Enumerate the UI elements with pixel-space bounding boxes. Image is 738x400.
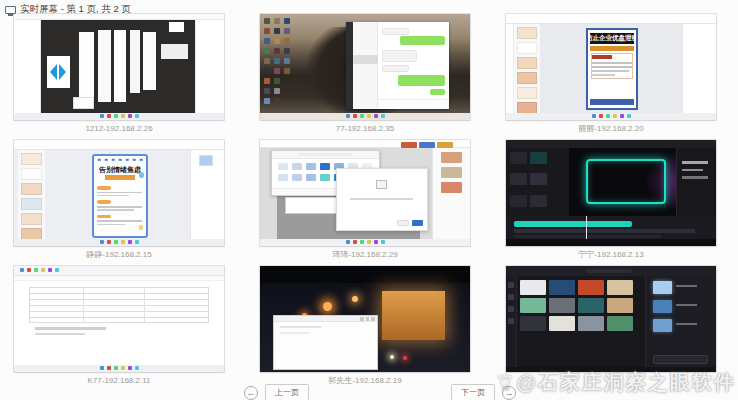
chat-bubble-right xyxy=(398,75,445,86)
next-page-button[interactable]: 下一页 xyxy=(451,384,495,400)
tile xyxy=(578,298,604,313)
modal-upload-icon xyxy=(376,180,387,190)
tile xyxy=(100,366,104,370)
mock-right-panel xyxy=(682,24,716,113)
tile xyxy=(21,183,42,195)
panel-text-line xyxy=(682,169,703,172)
screen-cell-6: 宁宁-192.168.2.13 xyxy=(506,140,716,260)
next-arrow-button[interactable]: → xyxy=(502,386,516,400)
screen-thumbnail-7[interactable] xyxy=(14,266,224,372)
chat-nav-strip xyxy=(346,22,353,109)
tile xyxy=(274,28,280,34)
tile xyxy=(264,58,270,64)
mock-toolbar xyxy=(14,140,224,150)
monitor-icon xyxy=(5,6,16,14)
right-arrow-icon: → xyxy=(505,388,514,398)
thumbnail-label: 1212-192.168.2.26 xyxy=(14,124,224,134)
poster-text-line xyxy=(97,206,141,208)
tile xyxy=(121,366,125,370)
tile xyxy=(135,240,139,244)
mock-teal-frame xyxy=(586,159,666,204)
mock-roofline xyxy=(260,266,470,283)
mock-page-sidebar xyxy=(432,148,470,238)
mock-template-list xyxy=(18,150,45,239)
mock-artboard xyxy=(143,32,156,90)
mock-artboard xyxy=(79,32,94,98)
mock-upload-modal xyxy=(336,168,428,232)
screen-cell-2: 77-192.168.2.35 xyxy=(260,14,470,134)
tile xyxy=(381,114,385,118)
poster-text-line xyxy=(97,209,134,211)
thumbnail-label: K77-192.168.2.11 xyxy=(14,376,224,386)
thumbnail-label: 丽丽-192.168.2.20 xyxy=(506,124,716,134)
mock-artboard xyxy=(161,44,188,59)
mock-taskbar xyxy=(260,113,470,120)
tile xyxy=(278,163,288,170)
mock-artboard xyxy=(114,30,127,102)
tile xyxy=(55,268,59,272)
mock-white-window xyxy=(273,315,378,370)
tile xyxy=(346,240,350,244)
tile xyxy=(441,152,461,163)
taskbar-icons xyxy=(14,239,224,246)
tile xyxy=(264,88,270,94)
tile xyxy=(441,182,461,193)
modal-text-line xyxy=(350,198,413,200)
taskbar-icons xyxy=(14,113,224,120)
screen-thumbnail-1[interactable] xyxy=(14,14,224,120)
mock-left-panel xyxy=(14,20,41,112)
screen-cell-7: K77-192.168.2.11 xyxy=(14,266,224,386)
table-column-line xyxy=(144,287,145,323)
panel-text-line xyxy=(682,176,707,179)
tile xyxy=(21,153,42,165)
tile xyxy=(274,48,280,54)
tile xyxy=(20,268,24,272)
tile xyxy=(607,298,633,313)
poster-sticker xyxy=(139,225,143,230)
panel-text-line xyxy=(676,323,697,325)
mock-right-panel xyxy=(195,20,224,112)
poster-text-line xyxy=(592,74,615,76)
tile xyxy=(100,114,104,118)
tile xyxy=(508,294,514,300)
tile xyxy=(374,114,378,118)
screen-thumbnail-2[interactable] xyxy=(260,14,470,120)
mock-poster: 告别情绪焦虑 xyxy=(92,154,149,238)
tile xyxy=(353,240,357,244)
poster-text-line xyxy=(97,192,141,194)
modal-confirm-button xyxy=(412,220,424,226)
tile xyxy=(274,88,280,94)
screen-cell-4: 告别情绪焦虑 静静-192.168.2.15 xyxy=(14,140,224,260)
tile xyxy=(360,240,364,244)
screen-thumbnail-6[interactable] xyxy=(506,140,716,246)
thumbnail-label: 77-192.168.2.35 xyxy=(260,124,470,134)
screen-thumbnail-4[interactable]: 告别情绪焦虑 xyxy=(14,140,224,246)
screen-thumbnail-5[interactable] xyxy=(260,140,470,246)
taskbar-icons xyxy=(260,113,470,120)
tile xyxy=(121,240,125,244)
tile xyxy=(374,240,378,244)
screen-thumbnail-8[interactable] xyxy=(260,266,470,372)
window-text-line xyxy=(280,332,309,334)
tile xyxy=(135,366,139,370)
table-column-line xyxy=(83,287,84,323)
tile xyxy=(606,114,610,118)
tile xyxy=(510,195,527,207)
mock-clip-thumb xyxy=(653,281,672,294)
tile xyxy=(274,78,280,84)
mock-banner-images xyxy=(401,142,453,148)
tile xyxy=(441,167,461,178)
mock-search-pill xyxy=(586,269,632,274)
tile xyxy=(517,72,537,84)
chat-bubble-left xyxy=(382,28,409,35)
prev-arrow-button[interactable]: ← xyxy=(244,386,258,400)
tile xyxy=(264,18,270,24)
toolbar-icons xyxy=(14,266,224,275)
screen-thumbnail-9[interactable] xyxy=(506,266,716,372)
prev-page-button[interactable]: 上一页 xyxy=(265,384,309,400)
chat-selected-row xyxy=(353,55,378,64)
tile xyxy=(27,268,31,272)
screen-thumbnail-3[interactable]: 防止企业优盘泄密 xyxy=(506,14,716,120)
poster-spiral-binding xyxy=(96,157,144,163)
tile xyxy=(274,98,280,104)
